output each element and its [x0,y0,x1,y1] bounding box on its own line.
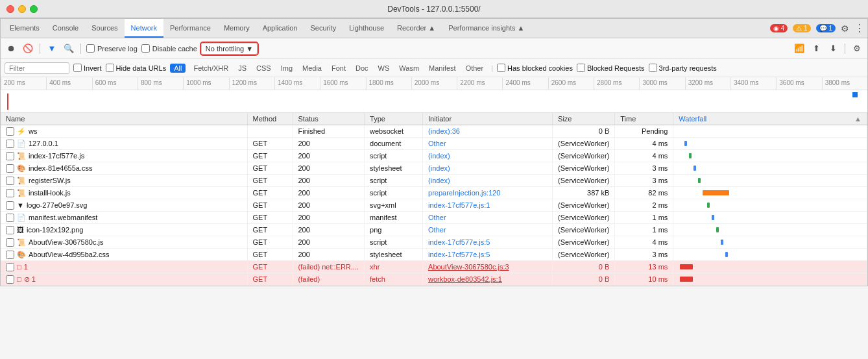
blocked-requests-checkbox[interactable] [577,64,585,72]
table-row[interactable]: 📜AboutView-3067580c.jsGET200scriptindex-… [1,236,867,249]
filter-type-xhr[interactable]: Fetch/XHR [189,64,232,73]
search-button[interactable]: 🔍 [62,42,75,55]
initiator-link[interactable]: index-17cf577e.js:1 [428,201,490,209]
cell-name[interactable]: 📄127.0.0.1 [1,138,247,150]
tab-lighthouse[interactable]: Lighthouse [343,19,391,38]
initiator-link[interactable]: Other [428,140,446,147]
cell-initiator[interactable]: AboutView-3067580c.js:3 [423,261,553,273]
tab-security[interactable]: Security [304,19,343,38]
th-type[interactable]: Type [365,113,423,125]
table-row[interactable]: 📄127.0.0.1GET200documentOther(ServiceWor… [1,138,867,150]
tab-application[interactable]: Application [256,19,304,38]
upload-icon[interactable]: ⬆ [810,42,823,55]
filter-input[interactable] [5,62,69,74]
filter-type-js[interactable]: JS [234,64,250,73]
th-time[interactable]: Time [615,113,673,125]
timeline[interactable]: 200 ms 400 ms 600 ms 800 ms 1000 ms 1200… [1,77,867,113]
cell-name[interactable]: 📜installHook.js [1,187,247,199]
cell-initiator[interactable]: Other [423,224,553,236]
more-options-icon[interactable]: ⋮ [854,22,865,34]
row-checkbox[interactable] [6,164,14,173]
cell-initiator[interactable]: Other [423,212,553,224]
more-network-icon[interactable]: ⚙ [850,42,863,55]
disable-cache-label[interactable]: Disable cache [141,44,197,53]
initiator-link[interactable]: index-17cf577e.js:5 [428,251,490,258]
table-row[interactable]: ▼logo-277e0e97.svgGET200svg+xmlindex-17c… [1,199,867,212]
filter-type-media[interactable]: Media [298,64,326,73]
row-checkbox[interactable] [6,140,14,148]
blocked-requests-label[interactable]: Blocked Requests [577,64,645,72]
initiator-link[interactable]: index-17cf577e.js:5 [428,238,490,246]
initiator-link[interactable]: Other [428,214,446,221]
filter-type-wasm[interactable]: Wasm [395,64,423,73]
th-method[interactable]: Method [247,113,293,125]
filter-type-all[interactable]: All [170,64,186,73]
download-icon[interactable]: ⬇ [826,42,839,55]
row-checkbox[interactable] [6,201,14,210]
cell-initiator[interactable]: (index):36 [423,125,553,138]
has-blocked-cookies-label[interactable]: Has blocked cookies [497,64,573,72]
initiator-link[interactable]: (index) [428,177,450,184]
cell-initiator[interactable]: prepareInjection.js:120 [423,187,553,199]
cell-name[interactable]: 📄manifest.webmanifest [1,212,247,224]
tab-network[interactable]: Network [125,19,163,38]
tab-memory[interactable]: Memory [217,19,256,38]
filter-button[interactable]: ▼ [45,42,58,55]
row-checkbox[interactable] [6,127,14,136]
cell-initiator[interactable]: index-17cf577e.js:5 [423,236,553,249]
preserve-log-checkbox[interactable] [86,44,95,53]
has-blocked-cookies-checkbox[interactable] [497,64,505,72]
th-name[interactable]: Name [1,113,247,125]
cell-initiator[interactable]: workbox-de803542.js:1 [423,273,553,286]
filter-type-other[interactable]: Other [462,64,488,73]
cell-name[interactable]: 📜registerSW.js [1,175,247,187]
th-waterfall[interactable]: Waterfall ▲ [673,113,867,125]
row-checkbox[interactable] [6,226,14,234]
cell-name[interactable]: 🎨AboutView-4d995ba2.css [1,249,247,261]
wifi-icon[interactable]: 📶 [793,42,806,55]
cell-name[interactable]: □1 [1,261,247,273]
table-row[interactable]: 📄manifest.webmanifestGET200manifestOther… [1,212,867,224]
row-checkbox[interactable] [6,238,14,247]
filter-type-font[interactable]: Font [328,64,350,73]
row-checkbox[interactable] [6,275,14,284]
initiator-link[interactable]: AboutView-3067580c.js:3 [428,263,509,271]
filter-type-doc[interactable]: Doc [352,64,372,73]
tab-console[interactable]: Console [46,19,85,38]
row-checkbox[interactable] [6,251,14,259]
record-button[interactable]: ⏺ [5,42,18,55]
preserve-log-label[interactable]: Preserve log [86,44,138,53]
table-row[interactable]: ⚡wsFinishedwebsocket(index):360 BPending [1,125,867,138]
table-row[interactable]: 🎨index-81e4655a.cssGET200stylesheet(inde… [1,162,867,175]
filter-type-manifest[interactable]: Manifest [425,64,460,73]
table-row[interactable]: □1GET(failed) net::ERR....xhrAboutView-3… [1,261,867,273]
minimize-button[interactable] [18,5,26,13]
network-table-container[interactable]: Name Method Status Type Initiator [1,113,867,286]
third-party-checkbox[interactable] [649,64,657,72]
cell-initiator[interactable]: (index) [423,162,553,175]
disable-cache-checkbox[interactable] [141,44,150,53]
tab-elements[interactable]: Elements [3,19,46,38]
filter-type-css[interactable]: CSS [252,64,275,73]
initiator-link[interactable]: Other [428,226,446,234]
settings-icon[interactable]: ⚙ [841,23,849,34]
invert-checkbox-label[interactable]: Invert [73,64,102,72]
cell-name[interactable]: 📜AboutView-3067580c.js [1,236,247,249]
cell-name[interactable]: 🎨index-81e4655a.css [1,162,247,175]
hide-data-urls-checkbox[interactable] [106,64,114,72]
cell-initiator[interactable]: index-17cf577e.js:1 [423,199,553,212]
throttle-button[interactable]: No throttling ▼ [201,43,258,55]
row-checkbox[interactable] [6,177,14,185]
cell-name[interactable]: ⚡ws [1,125,247,138]
initiator-link[interactable]: workbox-de803542.js:1 [428,275,502,283]
table-row[interactable]: 🎨AboutView-4d995ba2.cssGET200stylesheeti… [1,249,867,261]
cell-initiator[interactable]: (index) [423,175,553,187]
row-checkbox[interactable] [6,152,14,160]
tab-performance[interactable]: Performance [163,19,217,38]
tab-sources[interactable]: Sources [85,19,124,38]
table-row[interactable]: 📜index-17cf577e.jsGET200script(index)(Se… [1,150,867,162]
filter-type-ws[interactable]: WS [374,64,394,73]
tab-perf-insights[interactable]: Performance insights ▲ [442,19,531,38]
initiator-link[interactable]: (index) [428,152,450,160]
row-checkbox[interactable] [6,214,14,222]
